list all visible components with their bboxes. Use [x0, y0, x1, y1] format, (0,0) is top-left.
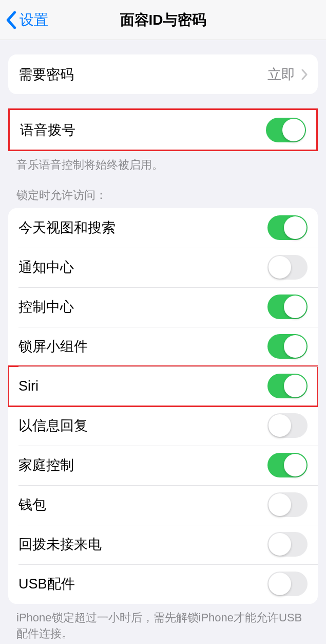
require-passcode-value: 立即 — [267, 65, 295, 84]
usb-footer: iPhone锁定超过一小时后，需先解锁iPhone才能允许USB配件连接。 — [0, 604, 326, 642]
voice-dial-group: 语音拨号 — [8, 108, 318, 151]
notifications-row: 通知中心 — [8, 248, 318, 287]
wallet-toggle[interactable] — [267, 492, 308, 517]
return-calls-row: 回拨未接来电 — [8, 525, 318, 564]
wallet-row: 钱包 — [8, 485, 318, 525]
require-passcode-label: 需要密码 — [18, 65, 74, 84]
today-view-row: 今天视图和搜索 — [8, 208, 318, 248]
lock-access-group: 今天视图和搜索 通知中心 控制中心 锁屏小组件 Siri 以信息回复 家庭控制 — [8, 208, 318, 604]
passcode-group: 需要密码 立即 — [8, 54, 318, 94]
wallet-label: 钱包 — [18, 495, 46, 514]
voice-dial-toggle[interactable] — [266, 118, 306, 142]
siri-row: Siri — [8, 366, 318, 406]
navbar: 设置 面容ID与密码 — [0, 0, 326, 40]
usb-row: USB配件 — [8, 564, 318, 604]
widgets-toggle[interactable] — [267, 334, 308, 359]
siri-toggle[interactable] — [267, 374, 308, 398]
home-control-toggle[interactable] — [267, 453, 308, 477]
today-view-toggle[interactable] — [267, 215, 308, 240]
home-control-label: 家庭控制 — [18, 456, 74, 474]
home-control-row: 家庭控制 — [8, 446, 318, 485]
chevron-right-icon — [301, 69, 308, 80]
widgets-row: 锁屏小组件 — [8, 327, 318, 366]
usb-toggle[interactable] — [267, 572, 308, 596]
today-view-label: 今天视图和搜索 — [18, 218, 116, 237]
voice-dial-footer: 音乐语音控制将始终被启用。 — [0, 151, 326, 173]
lock-access-header: 锁定时允许访问： — [0, 173, 326, 208]
return-calls-label: 回拨未接来电 — [18, 535, 102, 554]
require-passcode-row[interactable]: 需要密码 立即 — [8, 54, 318, 94]
control-center-label: 控制中心 — [18, 298, 74, 316]
notifications-label: 通知中心 — [18, 258, 74, 277]
voice-dial-row: 语音拨号 — [10, 110, 316, 150]
voice-dial-label: 语音拨号 — [20, 121, 75, 139]
reply-message-label: 以信息回复 — [18, 416, 88, 435]
siri-label: Siri — [18, 378, 39, 394]
chevron-left-icon — [6, 11, 16, 29]
notifications-toggle[interactable] — [267, 255, 308, 280]
control-center-toggle[interactable] — [267, 295, 308, 319]
widgets-label: 锁屏小组件 — [18, 337, 88, 356]
reply-message-row: 以信息回复 — [8, 406, 318, 446]
usb-label: USB配件 — [18, 575, 75, 593]
back-button[interactable]: 设置 — [0, 10, 48, 30]
reply-message-toggle[interactable] — [267, 413, 308, 438]
back-label: 设置 — [20, 10, 48, 30]
control-center-row: 控制中心 — [8, 287, 318, 327]
page-title: 面容ID与密码 — [120, 10, 206, 30]
return-calls-toggle[interactable] — [267, 532, 308, 557]
